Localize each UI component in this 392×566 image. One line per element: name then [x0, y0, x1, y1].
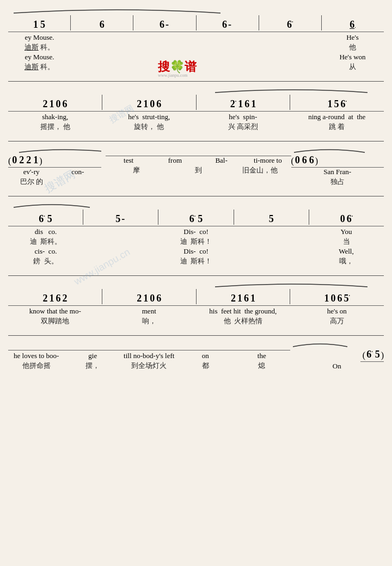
lc-4-2-1: cis- co.: [8, 247, 83, 256]
lyric-cell-1: ey Mouse.: [8, 33, 71, 42]
section-3-right: ( 0 6 6 ) San Fran- 独占: [291, 146, 384, 187]
lcc-4-2-4: [234, 256, 309, 266]
lcc-4-1-5: 当: [309, 237, 384, 247]
slur-svg-1: [8, 5, 384, 15]
bar-4-5: 0 6·: [309, 210, 384, 225]
notation-line-4: 6· 5 5 - 6· 5 5 0 6·: [8, 210, 384, 226]
lyric-cn2-cell-6: 从: [321, 62, 384, 72]
arc-right: [291, 146, 384, 155]
arc-svg-4: [8, 201, 384, 210]
lyric-cn-cell-5: [259, 42, 321, 52]
lyric-cn-3m: 摩 到 旧金山，他: [106, 165, 291, 175]
n515: 6: [337, 293, 342, 304]
lcc-5-1: 双脚踏地: [8, 316, 102, 326]
paren-close-2: ): [315, 156, 318, 166]
lcc-3m-2: 到: [167, 165, 229, 175]
n37: 6: [309, 155, 314, 166]
n27: 0: [150, 99, 155, 110]
lcc-5-4: 高万: [290, 316, 384, 326]
lcc-5-3: 他 火样热情: [196, 316, 290, 326]
lyric-cell-5: [259, 33, 321, 42]
logo: 搜 🍀 谱 www.jianpu.com: [158, 59, 197, 75]
n56: 1: [143, 293, 148, 304]
lyric-cn-cell-2: [71, 42, 133, 52]
lcc-3m-3: 旧金山，他: [229, 165, 291, 175]
lyric-cell-2: [71, 33, 133, 42]
n48: 6·: [347, 213, 353, 225]
lcc-2-2: 旋转， 他: [102, 122, 197, 132]
lc-2-4: ning a-round at the: [290, 113, 384, 121]
lyric-en2-cell-6: He's won: [321, 53, 384, 61]
lc-3l-2: con-: [54, 168, 101, 176]
lyric-cn2-cell-5: [259, 62, 321, 72]
n24: 6: [62, 99, 67, 110]
n512: 1: [250, 293, 255, 304]
lyric-cn-4-1: 迪 斯科。 迪 斯科！ 当: [8, 237, 384, 247]
lyric-cn-5: 双脚踏地 响， 他 火样热情 高万: [8, 316, 384, 326]
arc-6r: [290, 340, 384, 349]
n211: 6: [244, 99, 249, 110]
lcc-3m-1: 摩: [106, 165, 168, 175]
arc-svg-3r: [291, 146, 384, 155]
lc-3m-4: ti-more to: [244, 156, 291, 165]
bar-4-1: 6· 5: [8, 210, 83, 225]
n511: 6: [244, 293, 249, 304]
n51: 2: [42, 293, 47, 304]
n215: 6·: [340, 99, 347, 110]
lyric-cn-4-2: 鎊 头。 迪 斯科！ 哦，: [8, 256, 384, 266]
note-5: 6: [222, 19, 227, 30]
bar-3-right: ( 0 6 6 ): [291, 155, 384, 168]
lyric-cn-cell-3: [133, 42, 196, 52]
arc-svg-3l: [8, 146, 101, 155]
n45: 5: [198, 213, 203, 225]
paren-open-6: (: [363, 350, 365, 360]
lc-4-2-5: Well,: [309, 247, 384, 256]
n28: 6: [156, 99, 161, 110]
section-6-right: ( 6· 5 ) On: [290, 340, 384, 372]
dash-2: -: [228, 19, 231, 30]
lcc-4-1-1: 迪 斯科。: [8, 237, 83, 247]
notation-line-5: 2 1 6 2 2 1 0 6 2 1 6 1 1 0: [8, 289, 384, 306]
lc-4-2-4: [234, 247, 309, 256]
n513: 1: [324, 293, 329, 304]
separator-1: [8, 81, 384, 82]
lyric-en2-cell-5: [259, 53, 321, 61]
dot-2: ·: [354, 24, 356, 30]
n47: 0: [340, 213, 345, 225]
lc-4-1-4: [234, 227, 309, 236]
lc-2-1: shak-ing,: [8, 113, 102, 121]
n214: 5: [334, 99, 339, 110]
lc-4-1-5: You: [309, 227, 384, 236]
lc-6-4: on: [177, 352, 234, 360]
bar-6r: ( 6· 5 ): [360, 349, 384, 362]
n57: 0: [150, 293, 155, 304]
bar-2-4: 1 5 6·: [290, 95, 384, 110]
lc-6-1: he loves to boo-: [8, 352, 65, 360]
lyric-cn-2: 摇摆， 他 旋转， 他 兴 高采烈 跳 着: [8, 122, 384, 132]
lyric-cell-4: [196, 33, 259, 42]
note-7: 6: [350, 19, 354, 30]
separator-3: [8, 196, 384, 196]
arc-svg-5: [8, 280, 384, 289]
bar-4-4: 5: [234, 210, 309, 225]
lcc-5-2: 响，: [102, 316, 197, 326]
n58: 6: [156, 293, 161, 304]
bar-4-2: 5 -: [83, 210, 158, 225]
lc-4-2-3: Dis- co!: [158, 247, 234, 256]
bar-1-6: 6 ·: [322, 15, 384, 30]
bar-1-2: 6: [71, 15, 133, 30]
note-3: 6: [100, 19, 105, 30]
arc-placeholder-6: [8, 340, 290, 349]
paren-open-1: (: [8, 156, 11, 166]
bar-1-1: 1 5: [8, 15, 71, 30]
n34: 1: [33, 155, 38, 166]
lyric-en-6: he loves to boo- gie till no-bod-y's lef…: [8, 352, 290, 360]
lyric-cn-cell-6: 他: [321, 42, 384, 52]
n26: 1: [143, 99, 148, 110]
lc-4-1-2: [83, 227, 158, 236]
n59: 2: [231, 293, 236, 304]
arc-middle-placeholder: [106, 146, 291, 155]
arc-container-5: [8, 280, 384, 289]
lcc-3r-1: 独占: [291, 177, 384, 187]
lc-6-5: the: [234, 352, 290, 360]
